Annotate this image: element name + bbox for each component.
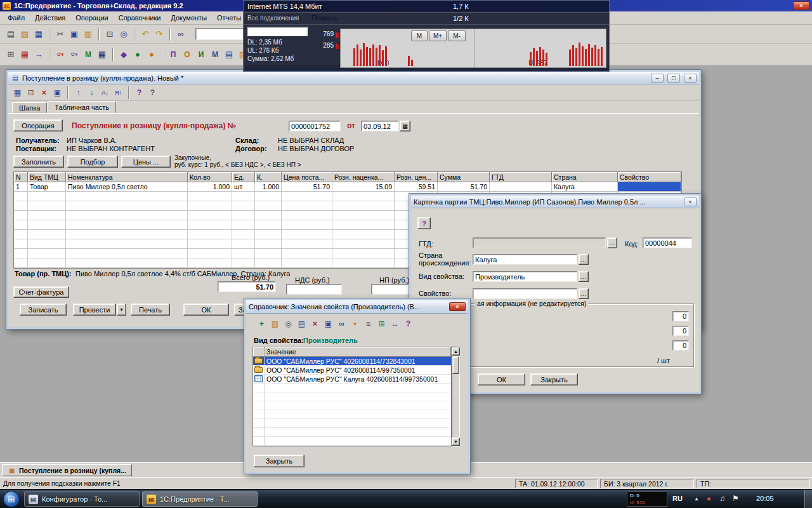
scroll-down-icon[interactable]: ▼ [452,438,460,446]
move-group-icon[interactable]: ↔ [388,318,402,330]
cell-kind[interactable]: Товар [28,182,66,192]
ok-button[interactable]: ОК [183,304,229,316]
volume-icon[interactable]: ♫ [719,494,725,503]
move-down-icon[interactable]: ↓ [85,86,98,98]
edit-icon[interactable]: ◎ [282,318,295,330]
contract-value[interactable]: НЕ ВЫБРАН ДОГОВОР [278,145,354,152]
cell-gtd[interactable] [490,182,552,192]
memory-minus-button[interactable]: М- [448,30,466,41]
close-icon[interactable]: × [449,302,466,311]
letter-m-icon[interactable]: М [208,48,222,62]
property-picker-icon[interactable]: ... [579,288,589,299]
memory-plus-button[interactable]: М+ [429,30,447,41]
help-icon[interactable]: ? [417,217,431,229]
cell-nomenclature[interactable]: Пиво Миллер 0,5л светло [66,182,188,192]
view-icon[interactable]: ▤ [295,318,308,330]
gtd-picker-icon[interactable]: ... [607,237,617,248]
property-kind-picker-icon[interactable]: ... [579,271,589,282]
print-icon[interactable]: ⊟ [103,27,117,41]
receiver-value[interactable]: ИП Чарков В.А. [67,137,117,144]
table-settings-icon[interactable]: ▦ [11,86,24,98]
window-tab[interactable]: ▤ Поступление в розницу (купля... [2,464,132,476]
fill-button[interactable]: Заполнить [13,156,64,168]
supplier-value[interactable]: НЕ ВЫБРАН КОНТРАГЕНТ [67,145,155,152]
help-icon[interactable]: ? [133,86,146,98]
cell-country[interactable]: Калуга [552,182,618,192]
gtd-field[interactable] [473,237,606,248]
document-date-field[interactable]: 03.09.12 [361,121,399,131]
cell-sum[interactable]: 51.70 [438,182,490,192]
cell-property[interactable] [618,182,681,192]
prices-button[interactable]: Цены ... [121,156,171,168]
menu-file[interactable]: Файл [3,13,30,23]
taskbar-button-configurator[interactable]: 1С Конфигуратор - То... [24,491,140,507]
status-dot-icon[interactable]: ● [707,495,711,502]
copy-icon[interactable]: ▣ [67,27,81,41]
warehouse-value[interactable]: НЕ ВЫБРАН СКЛАД [278,137,344,144]
scrollbar[interactable]: ▲ ▼ [452,347,460,446]
search-icon[interactable]: ∞ [335,318,348,330]
traffic-tray-indicator[interactable]: D: 0 U: 515 [627,491,667,507]
list-item[interactable]: ООО "САБМиллер РУС" Калуга 4026008114/99… [253,375,451,384]
sphere-icon[interactable]: ● [145,48,159,62]
cell-k[interactable]: 1.000 [255,182,282,192]
list-item[interactable]: ООО "САБМиллер РУС" 4026008114/997350001 [253,366,451,375]
list-item-text[interactable]: ООО "САБМиллер РУС" 4026008114/732843001 [265,357,451,365]
menu-reports[interactable]: Отчеты [212,13,246,23]
cell-retail[interactable]: 59.51 [395,182,438,192]
maximize-icon[interactable]: □ [667,74,680,83]
undo-icon[interactable]: ↶ [138,27,152,41]
ok-button[interactable]: ОК [478,373,525,385]
pick-button[interactable]: Подбор [67,156,118,168]
new-group-icon[interactable]: ▧ [268,318,282,330]
close-button[interactable]: Закрыть [530,373,578,385]
sort-asc-icon[interactable]: А↓ [98,86,112,98]
cell-unit[interactable]: шт [232,182,255,192]
property-field[interactable] [473,288,577,299]
print-table-icon[interactable]: ⊟ [24,86,37,98]
language-indicator[interactable]: RU [672,495,683,502]
docs-stack-icon[interactable]: ▤ [222,48,236,62]
list-item-text[interactable]: ООО "САБМиллер РУС" 4026008114/997350001 [265,366,451,374]
help-icon[interactable]: ? [402,318,415,330]
cell-qty[interactable]: 1.000 [188,182,232,192]
clock[interactable]: 20:05 [756,495,774,502]
operation-button[interactable]: Операция [13,119,63,131]
taskbar-button-enterprise[interactable]: 1С 1С:Предприятие - Т... [142,491,258,507]
date-dropdown[interactable]: Сентябрь 03, 2012 ▾ [247,27,308,36]
move-up-icon[interactable]: ↑ [72,86,85,98]
close-icon[interactable]: × [793,1,809,10]
close-button[interactable]: Закрыть [254,455,304,467]
delete-rows-icon[interactable]: × [37,86,51,98]
menu-actions[interactable]: Действия [30,13,70,23]
document-number-field[interactable]: 0000001752 [289,121,341,131]
post-dropdown-icon[interactable]: ▾ [117,304,126,316]
cell-num[interactable]: 1 [14,182,28,192]
menu-documents[interactable]: Документы [166,13,212,23]
memory-button[interactable]: М [411,30,428,41]
context-help-icon[interactable]: ? [146,86,159,98]
find-icon[interactable]: ∞ [174,27,188,41]
property-kind-field[interactable]: Производитель [473,271,577,282]
copy-row-icon[interactable]: ▣ [51,86,64,98]
scroll-up-icon[interactable]: ▲ [452,347,460,356]
print-preview-icon[interactable]: ◎ [117,27,131,41]
save-icon[interactable]: ▦ [32,27,46,41]
paste-icon[interactable]: ▥ [81,27,95,41]
close-icon[interactable]: × [684,197,697,206]
start-button[interactable]: ⊞ [3,491,20,507]
cell-markup[interactable]: 15.09 [332,182,395,192]
show-desktop-button[interactable] [804,490,812,508]
filter-icon[interactable]: ▼ [348,318,362,330]
list-item-text[interactable]: ООО "САБМиллер РУС" Калуга 4026008114/99… [265,375,451,383]
invoice2-icon[interactable]: СЧ [67,48,81,62]
copy-icon[interactable]: ▣ [322,318,335,330]
list-icon[interactable]: ≡ [362,318,375,330]
calendar-icon[interactable]: ▦ [18,48,32,62]
close-icon[interactable]: × [684,74,697,83]
table-icon[interactable]: ▦ [95,48,109,62]
open-icon[interactable]: ▨ [18,27,32,41]
print-button[interactable]: Печать [131,304,170,316]
country-field[interactable]: Калуга [473,254,577,265]
post-button[interactable]: Провести [73,304,116,316]
